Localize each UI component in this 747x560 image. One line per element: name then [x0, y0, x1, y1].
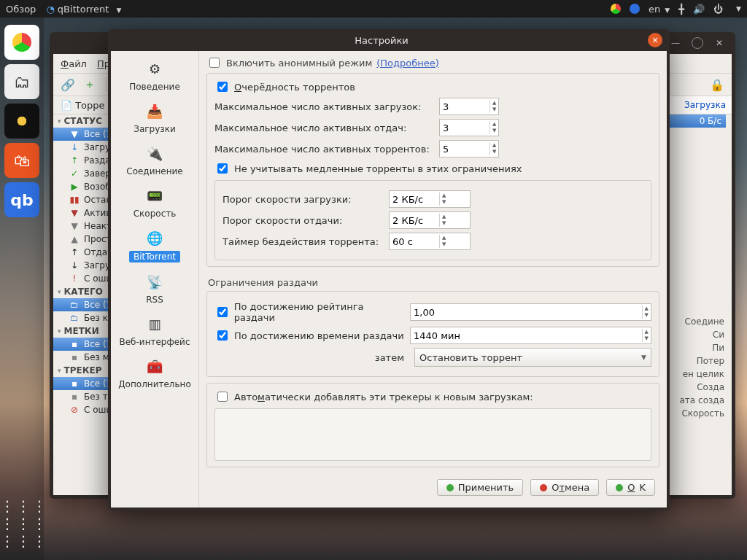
cat-rss[interactable]: 📡RSS [111, 268, 198, 311]
apply-button[interactable]: Применить [437, 479, 523, 496]
anon-mode-checkbox[interactable]: Включить анонимный режим [206, 55, 372, 70]
max-uploads-label: Максимальное число активных отдач: [214, 122, 433, 133]
section-categories[interactable]: КАТЕГО [64, 287, 103, 297]
show-apps-icon[interactable]: ⋮⋮⋮⋮⋮⋮⋮⋮⋮ [0, 497, 44, 550]
max-downloads-label: Максимальное число активных загрузок: [214, 101, 433, 112]
then-action-select[interactable]: Остановить торрент▼ [414, 348, 651, 367]
dl-threshold-label: Порог скорости загрузки: [222, 194, 383, 205]
minimize-button[interactable]: — [668, 36, 683, 50]
network-icon[interactable]: ╋ [678, 4, 684, 15]
ratio-checkbox[interactable]: По достижению рейтинга раздачи [214, 301, 404, 323]
menu-file[interactable]: ФФайлайл [61, 58, 87, 69]
add-link-icon[interactable]: 🔗 [59, 76, 77, 93]
add-torrent-icon[interactable]: ＋ [81, 76, 98, 93]
dl-threshold-spin[interactable]: ▲▼ [389, 190, 471, 208]
cat-соединение[interactable]: 🔌Соединение [111, 140, 198, 182]
anon-more-link[interactable]: (Подробнее) [376, 58, 439, 69]
close-button[interactable]: ✕ [712, 36, 727, 50]
ul-threshold-spin[interactable]: ▲▼ [389, 211, 471, 229]
power-icon[interactable]: ⏻ [713, 4, 723, 15]
section-trackers[interactable]: ТРЕКЕР [64, 365, 102, 376]
ok-button[interactable]: OKOK [606, 479, 655, 496]
idle-timer-label: Таймер бездействия торрента: [222, 236, 383, 247]
dock-files-icon[interactable]: 🗂 [4, 64, 39, 99]
auto-trackers-textarea[interactable] [214, 408, 651, 461]
seedtime-checkbox[interactable]: По достижению времени раздачи [214, 328, 404, 343]
detail-label: ата созда [680, 395, 724, 405]
maximize-button[interactable] [692, 37, 703, 49]
ratio-spin[interactable]: ▲▼ [410, 303, 651, 321]
detail-label: ен целик [680, 369, 724, 379]
system-menu-chevron-icon[interactable]: ▼ [736, 5, 741, 12]
max-downloads-spin[interactable]: ▲▼ [439, 98, 499, 115]
section-tags[interactable]: МЕТКИ [64, 326, 99, 336]
dock-rhythmbox-icon[interactable] [4, 104, 39, 139]
max-active-label: Максимальное число активных торрентов: [214, 144, 433, 155]
detail-label: Пи [680, 343, 724, 353]
then-label: затем [214, 352, 409, 363]
cat-дополнительно[interactable]: 🧰Дополнительно [111, 353, 198, 395]
cancel-button[interactable]: ОтменаОтмена [530, 479, 599, 496]
volume-icon[interactable]: 🔊 [693, 4, 705, 15]
detail-label: Соедине [680, 316, 724, 327]
dialog-title: Настройки [115, 35, 648, 46]
qbittorrent-indicator-icon[interactable] [630, 4, 640, 14]
system-top-bar: Обзор ◔ qBittorrent ▼ en▼ ╋ 🔊 ⏻ ▼ [0, 0, 747, 18]
seedtime-spin[interactable]: ▲▼ [410, 327, 651, 344]
auto-trackers-checkbox[interactable]: Автоматически добавлять эти трекеры к но… [214, 389, 533, 404]
detail-label: Потер [680, 356, 724, 366]
section-status[interactable]: СТАТУС [64, 116, 103, 126]
skip-slow-checkbox[interactable]: Не учитывать медленные торренты в этих о… [214, 161, 522, 176]
dock-software-icon[interactable]: 🛍 [4, 143, 39, 178]
dock-qbittorrent-icon[interactable]: qb [4, 182, 39, 217]
cat-веб-интерфейс[interactable]: ▥Веб-интерфейс [111, 311, 198, 353]
col-download[interactable]: Загрузка [667, 100, 726, 110]
cat-bittorrent[interactable]: 🌐BitTorrent [111, 225, 198, 268]
seed-limits-title: Ограничения раздачи [208, 277, 659, 288]
side-tab-torrents[interactable]: 📄 Торре [53, 98, 113, 113]
detail-label: Скорость [680, 408, 724, 419]
settings-dialog: Настройки ✕ ⚙Поведение📥Загрузки🔌Соединен… [108, 29, 670, 510]
detail-label: Си [680, 330, 724, 340]
chrome-indicator-icon[interactable] [611, 4, 621, 14]
max-uploads-spin[interactable]: ▲▼ [439, 119, 499, 136]
dock-chrome-icon[interactable] [4, 25, 39, 60]
queue-enable-checkbox[interactable]: ООчерёдность торрентовчерёдность торрент… [214, 79, 355, 94]
cat-скорость[interactable]: 📟Скорость [111, 182, 198, 225]
auto-trackers-group: Автоматически добавлять эти трекеры к но… [206, 383, 659, 467]
app-menu[interactable]: ◔ qBittorrent ▼ [46, 4, 121, 15]
activities-label[interactable]: Обзор [6, 4, 36, 15]
max-active-spin[interactable]: ▲▼ [439, 140, 499, 158]
settings-category-list: ⚙Поведение📥Загрузки🔌Соединение📟Скорость🌐… [111, 51, 199, 508]
lang-indicator[interactable]: en▼ [649, 4, 670, 15]
launcher-dock: 🗂 🛍 qb ⋮⋮⋮⋮⋮⋮⋮⋮⋮ [0, 18, 44, 560]
cat-поведение[interactable]: ⚙Поведение [111, 55, 198, 98]
idle-timer-spin[interactable]: ▲▼ [389, 233, 471, 250]
cat-загрузки[interactable]: 📥Загрузки [111, 98, 198, 140]
dialog-close-button[interactable]: ✕ [648, 33, 662, 47]
detail-label: Созда [680, 382, 724, 392]
ul-threshold-label: Порог скорости отдачи: [222, 215, 383, 226]
seed-limits-group: По достижению рейтинга раздачи ▲▼ По дос… [206, 291, 659, 377]
lock-icon[interactable]: 🔒 [708, 76, 726, 93]
queue-group: ООчерёдность торрентовчерёдность торрент… [206, 73, 659, 267]
